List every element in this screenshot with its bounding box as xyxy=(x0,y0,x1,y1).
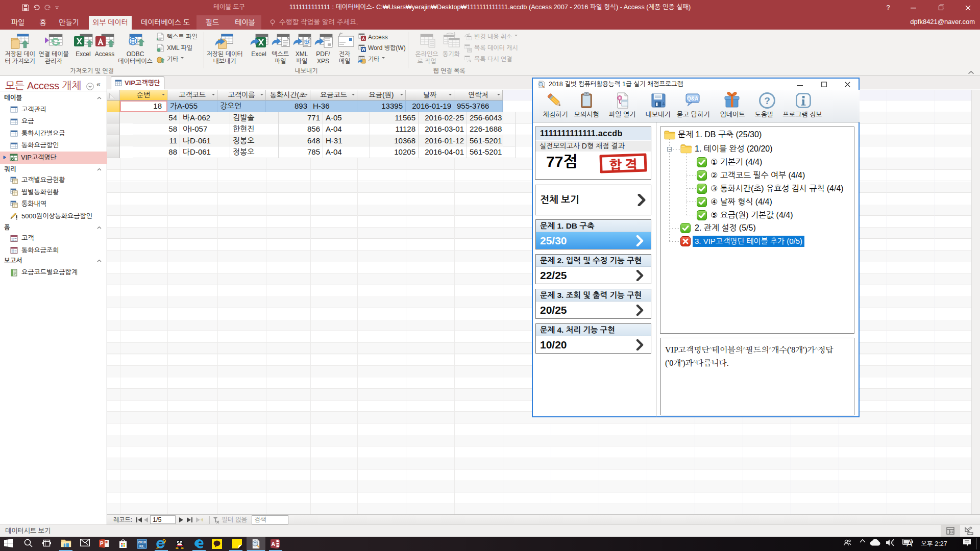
svg-text:Q&A: Q&A xyxy=(687,96,698,102)
svg-text:P: P xyxy=(100,541,104,546)
svg-text:?: ? xyxy=(764,95,770,106)
svg-text:2018: 2018 xyxy=(138,540,146,544)
svg-text:KL: KL xyxy=(139,544,144,548)
svg-text:A: A xyxy=(272,541,276,547)
